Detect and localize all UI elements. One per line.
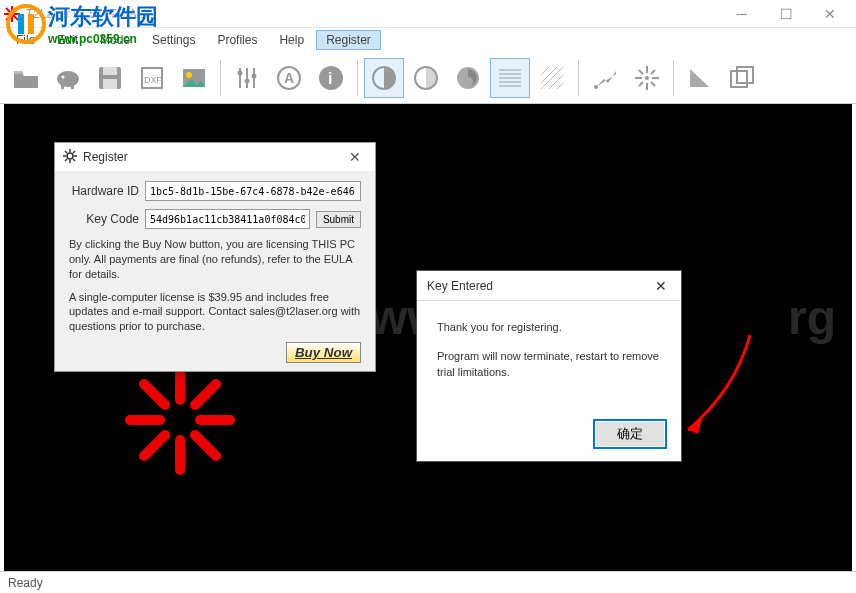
status-text: Ready — [8, 576, 43, 590]
triangle-button[interactable] — [680, 58, 720, 98]
hardware-id-input[interactable] — [145, 181, 361, 201]
frames-button[interactable] — [722, 58, 762, 98]
svg-point-20 — [252, 73, 257, 78]
swirl-button[interactable] — [448, 58, 488, 98]
logo-icon — [4, 2, 48, 46]
register-dialog-title: Register — [83, 150, 343, 164]
run-button[interactable] — [585, 58, 625, 98]
key-code-input[interactable] — [145, 209, 310, 229]
msg-line-1: Thank you for registering. — [437, 319, 661, 336]
svg-point-47 — [645, 76, 649, 80]
svg-point-18 — [238, 70, 243, 75]
maximize-button[interactable]: ☐ — [764, 0, 808, 28]
svg-text:DXF: DXF — [144, 75, 163, 85]
menu-register[interactable]: Register — [316, 30, 381, 50]
piggy-button[interactable] — [48, 58, 88, 98]
svg-line-45 — [651, 70, 655, 74]
buy-now-button[interactable]: Buy Now — [286, 342, 361, 363]
svg-line-65 — [73, 151, 75, 153]
svg-text:A: A — [284, 70, 294, 86]
toolbar-separator — [357, 60, 358, 96]
register-dialog: Register ✕ Hardware ID Key Code Submit B… — [54, 142, 376, 372]
contrast2-button[interactable] — [406, 58, 446, 98]
status-bar: Ready — [0, 571, 856, 593]
svg-point-19 — [245, 78, 250, 83]
svg-point-5 — [62, 75, 65, 78]
toolbar-separator — [220, 60, 221, 96]
laser-burst-graphic — [120, 360, 240, 480]
burst-button[interactable] — [627, 58, 667, 98]
info-button[interactable]: i — [311, 58, 351, 98]
key-entered-dialog: Key Entered ✕ Thank you for registering.… — [416, 270, 682, 462]
image-button[interactable] — [174, 58, 214, 98]
submit-button[interactable]: Submit — [316, 211, 361, 228]
svg-rect-10 — [103, 79, 117, 89]
logo-text: 河东软件园 — [48, 2, 158, 32]
svg-rect-69 — [18, 14, 24, 34]
svg-line-46 — [639, 82, 643, 86]
sliders-button[interactable] — [227, 58, 267, 98]
dxf-button[interactable]: DXF — [132, 58, 172, 98]
key-entered-title: Key Entered — [427, 279, 651, 293]
svg-line-63 — [65, 151, 67, 153]
svg-line-43 — [639, 70, 643, 74]
svg-point-58 — [67, 153, 73, 159]
svg-line-36 — [549, 75, 563, 89]
svg-rect-9 — [103, 67, 117, 75]
menu-profiles[interactable]: Profiles — [207, 30, 267, 50]
svg-line-66 — [65, 159, 67, 161]
auto-button[interactable]: A — [269, 58, 309, 98]
svg-line-64 — [73, 159, 75, 161]
key-code-label: Key Code — [69, 212, 145, 226]
register-dialog-close-button[interactable]: ✕ — [343, 149, 367, 165]
site-logo-overlay: 河东软件园 www.pc0359.cn — [4, 2, 158, 46]
svg-point-68 — [8, 6, 44, 42]
msg-line-2: Program will now terminate, restart to r… — [437, 348, 661, 381]
svg-rect-7 — [71, 85, 74, 89]
svg-point-14 — [186, 72, 192, 78]
contrast1-button[interactable] — [364, 58, 404, 98]
svg-rect-70 — [28, 14, 34, 34]
svg-line-44 — [651, 82, 655, 86]
save-button[interactable] — [90, 58, 130, 98]
hardware-id-label: Hardware ID — [69, 184, 145, 198]
svg-point-38 — [594, 85, 598, 89]
license-text-1: By clicking the Buy Now button, you are … — [69, 237, 361, 282]
lines-h-button[interactable] — [490, 58, 530, 98]
svg-rect-6 — [61, 85, 64, 89]
toolbar-separator — [673, 60, 674, 96]
svg-line-33 — [541, 67, 549, 75]
svg-text:i: i — [328, 70, 332, 87]
svg-rect-48 — [731, 71, 747, 87]
toolbar-separator — [578, 60, 579, 96]
close-button[interactable]: ✕ — [808, 0, 852, 28]
key-entered-close-button[interactable]: ✕ — [651, 278, 671, 294]
svg-line-56 — [195, 384, 216, 405]
toolbar: DXF A i — [0, 52, 856, 104]
minimize-button[interactable]: ─ — [720, 0, 764, 28]
svg-line-57 — [144, 435, 165, 456]
open-folder-button[interactable] — [6, 58, 46, 98]
ok-button[interactable]: 确定 — [593, 419, 667, 449]
svg-rect-49 — [737, 67, 753, 83]
logo-url: www.pc0359.cn — [48, 32, 158, 46]
key-entered-titlebar[interactable]: Key Entered ✕ — [417, 271, 681, 301]
svg-line-54 — [144, 384, 165, 405]
svg-line-37 — [557, 83, 563, 89]
svg-line-55 — [195, 435, 216, 456]
license-text-2: A single-computer license is $39.95 and … — [69, 290, 361, 335]
gear-icon — [63, 149, 77, 166]
svg-point-4 — [57, 71, 79, 87]
lines-diag-button[interactable] — [532, 58, 572, 98]
menu-help[interactable]: Help — [269, 30, 314, 50]
register-dialog-titlebar[interactable]: Register ✕ — [55, 143, 375, 171]
